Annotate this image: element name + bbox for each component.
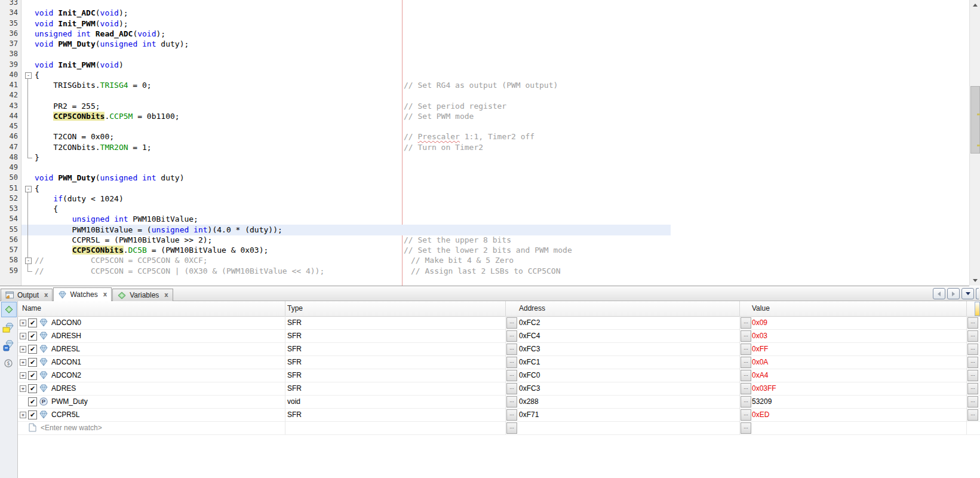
- watch-enabled-checkbox[interactable]: ✔: [28, 410, 37, 419]
- close-tab-icon[interactable]: x: [44, 292, 48, 298]
- address-edit-button[interactable]: ...: [506, 370, 517, 381]
- watch-row-pwm_duty[interactable]: ✔ PPWM_Dutyvoid...0x288...53209...: [18, 395, 980, 409]
- watch-enabled-checkbox[interactable]: ✔: [28, 371, 37, 380]
- column-header-value[interactable]: Value: [752, 304, 770, 312]
- new-runtime-watch-button[interactable]: [1, 338, 16, 353]
- scroll-tabs-right-button[interactable]: [947, 288, 960, 299]
- watch-value[interactable]: 0x03: [752, 332, 767, 340]
- close-tab-icon[interactable]: x: [164, 292, 168, 298]
- watch-value[interactable]: 53209: [752, 397, 772, 406]
- value-edit-button[interactable]: ...: [741, 383, 751, 394]
- watch-row-adres[interactable]: +✔ ADRESSFR...0xFC3...0x03FF...: [18, 382, 980, 396]
- value-edit-button[interactable]: ...: [741, 344, 751, 355]
- watch-enabled-checkbox[interactable]: ✔: [28, 358, 37, 367]
- value-format-button[interactable]: $: [1, 356, 16, 370]
- watch-address[interactable]: 0xFC2: [519, 318, 540, 327]
- code-editor[interactable]: 3334void Init_ADC(void);35void Init_PWM(…: [0, 0, 969, 286]
- show-watches-button[interactable]: [1, 302, 17, 317]
- new-watch-row[interactable]: <Enter new watch>......: [18, 421, 980, 435]
- fold-collapse-box[interactable]: -: [25, 72, 32, 79]
- address-edit-button[interactable]: ...: [506, 383, 517, 394]
- watch-value[interactable]: 0x09: [752, 318, 767, 327]
- expand-toggle[interactable]: +: [20, 372, 26, 379]
- value-options-button[interactable]: ...: [967, 357, 978, 368]
- column-divider[interactable]: [505, 301, 506, 316]
- address-edit-button[interactable]: ...: [506, 317, 517, 329]
- watch-row-adresh[interactable]: +✔ ADRESHSFR...0xFC4...0x03...: [18, 329, 980, 343]
- code-line-50[interactable]: 50void PWM_Duty(unsigned int duty): [0, 173, 969, 183]
- code-line-49[interactable]: 49: [0, 163, 969, 173]
- column-divider[interactable]: [285, 301, 285, 316]
- watch-name[interactable]: ADCON1: [51, 358, 81, 366]
- new-watch-button[interactable]: [1, 320, 16, 335]
- code-line-58[interactable]: 58-// CCP5CON = CCP5CON & 0XCF;// Make b…: [0, 255, 969, 266]
- expand-toggle[interactable]: +: [20, 412, 26, 418]
- scrollbar-thumb[interactable]: [970, 86, 980, 154]
- expand-toggle[interactable]: +: [20, 333, 26, 339]
- address-edit-button[interactable]: ...: [506, 330, 517, 342]
- code-line-41[interactable]: 41 TRISGbits.TRISG4 = 0;// Set RG4 as ou…: [0, 80, 969, 91]
- watch-address[interactable]: 0xFC1: [519, 358, 540, 366]
- value-edit-button[interactable]: ...: [741, 330, 751, 342]
- expand-toggle[interactable]: +: [20, 385, 26, 392]
- value-options-button[interactable]: ...: [967, 396, 978, 407]
- code-line-55[interactable]: 55 PWM10BitValue = (unsigned int)(4.0 * …: [0, 225, 969, 235]
- watch-value[interactable]: 0xA4: [752, 371, 768, 379]
- value-edit-button[interactable]: ...: [741, 422, 751, 434]
- value-options-button[interactable]: ...: [967, 409, 978, 421]
- code-line-34[interactable]: 34void Init_ADC(void);: [0, 8, 969, 19]
- code-line-39[interactable]: 39void Init_PWM(void): [0, 60, 969, 71]
- code-line-59[interactable]: 59// CCP5CON = CCP5CON | (0X30 & (PWM10B…: [0, 266, 969, 277]
- watch-row-adcon0[interactable]: +✔ ADCON0SFR...0xFC2...0x09...: [18, 316, 980, 330]
- value-edit-button[interactable]: ...: [741, 317, 751, 329]
- value-options-button[interactable]: ...: [967, 317, 978, 329]
- close-tab-icon[interactable]: x: [103, 292, 107, 298]
- scroll-down-button[interactable]: [970, 275, 980, 285]
- new-watch-placeholder[interactable]: <Enter new watch>: [41, 424, 102, 432]
- address-edit-button[interactable]: ...: [506, 344, 517, 355]
- watch-name[interactable]: CCPR5L: [51, 410, 79, 419]
- code-line-43[interactable]: 43 PR2 = 255;// Set period register: [0, 101, 969, 112]
- code-line-38[interactable]: 38: [0, 49, 969, 60]
- value-options-button[interactable]: ...: [967, 344, 978, 355]
- code-line-53[interactable]: 53 {: [0, 204, 969, 215]
- scroll-up-button[interactable]: [970, 0, 980, 10]
- watches-table-header[interactable]: Name Type Address Value: [18, 301, 980, 317]
- watch-row-adresl[interactable]: +✔ ADRESLSFR...0xFC3...0xFF...: [18, 342, 980, 356]
- column-divider[interactable]: [739, 301, 740, 316]
- code-line-40[interactable]: 40-{: [0, 70, 969, 81]
- code-line-42[interactable]: 42: [0, 90, 969, 101]
- watch-address[interactable]: 0xFC3: [519, 384, 540, 393]
- code-line-36[interactable]: 36unsigned int Read_ADC(void);: [0, 29, 969, 39]
- code-line-52[interactable]: 52 if(duty < 1024): [0, 194, 969, 204]
- value-options-button[interactable]: ...: [967, 370, 978, 381]
- code-line-33[interactable]: 33: [0, 0, 969, 8]
- watch-enabled-checkbox[interactable]: ✔: [28, 318, 37, 327]
- expand-toggle[interactable]: +: [20, 320, 26, 326]
- value-edit-button[interactable]: ...: [741, 409, 751, 421]
- value-edit-button[interactable]: ...: [741, 357, 751, 368]
- expand-toggle[interactable]: +: [20, 359, 26, 366]
- address-edit-button[interactable]: ...: [506, 396, 517, 407]
- column-header-address[interactable]: Address: [519, 304, 545, 312]
- value-options-button[interactable]: ...: [967, 383, 978, 394]
- watch-address[interactable]: 0xFC0: [519, 371, 540, 379]
- watch-name[interactable]: ADRES: [51, 384, 76, 393]
- watch-value[interactable]: 0x0A: [752, 358, 768, 366]
- editor-vertical-scrollbar[interactable]: [969, 0, 980, 286]
- expand-toggle[interactable]: +: [20, 346, 26, 353]
- column-header-name[interactable]: Name: [22, 304, 41, 312]
- watch-name[interactable]: PWM_Duty: [51, 397, 88, 406]
- watch-value[interactable]: 0xED: [752, 410, 769, 419]
- watch-enabled-checkbox[interactable]: ✔: [28, 332, 37, 341]
- watch-name[interactable]: ADCON0: [51, 318, 81, 327]
- value-options-button[interactable]: ...: [967, 330, 978, 342]
- code-line-48[interactable]: 48}: [0, 152, 969, 163]
- code-line-56[interactable]: 56 CCPR5L = (PWM10BitValue >> 2);// Set …: [0, 235, 969, 246]
- watch-enabled-checkbox[interactable]: ✔: [28, 397, 37, 406]
- maximize-window-button[interactable]: [976, 288, 979, 299]
- address-edit-button[interactable]: ...: [506, 422, 517, 434]
- scroll-tabs-left-button[interactable]: [933, 288, 945, 299]
- column-header-type[interactable]: Type: [287, 304, 303, 312]
- watch-value[interactable]: 0xFF: [752, 345, 768, 353]
